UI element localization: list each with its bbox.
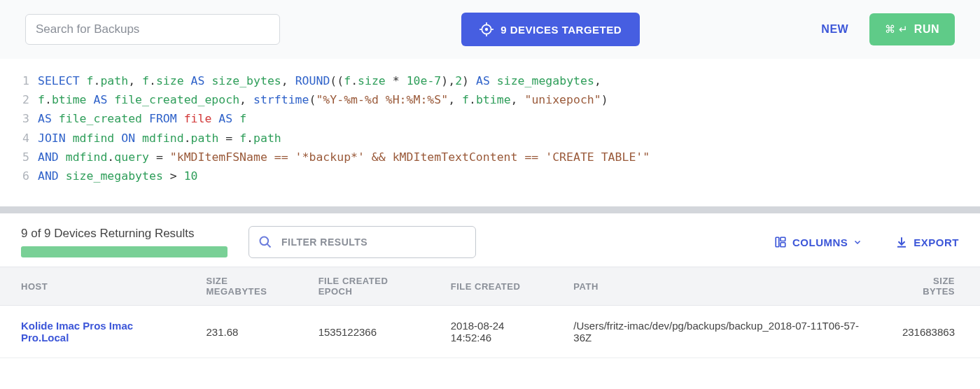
code-content: AND size_megabytes > 10 [38, 167, 198, 185]
cell-size-megabytes: 231.68 [192, 306, 304, 358]
code-line: 3AS file_created FROM file AS f [15, 109, 965, 128]
col-size-megabytes[interactable]: SIZE MEGABYTES [192, 267, 304, 306]
line-number: 6 [15, 167, 29, 185]
svg-rect-8 [776, 238, 779, 248]
svg-rect-10 [780, 243, 785, 247]
export-label: EXPORT [913, 236, 959, 248]
col-size-bytes[interactable]: SIZE BYTES [884, 267, 980, 306]
line-number: 5 [15, 148, 29, 167]
svg-point-6 [260, 237, 269, 246]
code-content: SELECT f.path, f.size AS size_bytes, ROU… [38, 71, 601, 90]
results-table-body: Kolide Imac Pros Imac Pro.Local231.68153… [0, 306, 980, 358]
line-number: 2 [15, 90, 29, 109]
col-file-created[interactable]: FILE CREATED [437, 267, 560, 306]
results-status-text: 9 of 9 Devices Returning Results [21, 227, 227, 241]
table-row: Kolide Imac Pros Imac Pro.Local231.68153… [0, 306, 980, 358]
search-icon [258, 235, 272, 249]
keyboard-shortcut-glyphs: ⌘ ↵ [885, 23, 909, 36]
search-input[interactable] [25, 14, 280, 45]
results-table-head: HOST SIZE MEGABYTES FILE CREATED EPOCH F… [0, 267, 980, 306]
chevron-down-icon [853, 238, 862, 246]
cell-file-created: 2018-08-24 14:52:46 [437, 306, 560, 358]
download-icon [895, 236, 908, 248]
code-content: JOIN mdfind ON mdfind.path = f.path [38, 129, 281, 148]
line-number: 1 [15, 71, 29, 90]
columns-icon [774, 236, 787, 248]
results-progress-bar [21, 246, 227, 257]
code-content: f.btime AS file_created_epoch, strftime(… [38, 90, 608, 109]
devices-targeted-button[interactable]: 9 DEVICES TARGETED [461, 13, 640, 46]
devices-targeted-label: 9 DEVICES TARGETED [500, 24, 622, 36]
run-label: RUN [914, 23, 939, 36]
results-actions: COLUMNS EXPORT [774, 236, 959, 248]
svg-rect-9 [780, 238, 785, 241]
top-right-actions: NEW ⌘ ↵ RUN [821, 13, 955, 45]
new-button[interactable]: NEW [821, 23, 848, 36]
line-number: 4 [15, 129, 29, 148]
filter-results-input[interactable] [248, 226, 476, 258]
export-button[interactable]: EXPORT [895, 236, 959, 248]
svg-line-7 [267, 244, 271, 248]
svg-point-1 [486, 29, 488, 31]
line-number: 3 [15, 109, 29, 128]
columns-label: COLUMNS [792, 236, 848, 248]
code-line: 5AND mdfind.query = "kMDItemFSName == '*… [15, 148, 965, 167]
code-line: 6AND size_megabytes > 10 [15, 167, 965, 185]
code-line: 4JOIN mdfind ON mdfind.path = f.path [15, 129, 965, 148]
code-content: AS file_created FROM file AS f [38, 109, 246, 128]
cell-path: /Users/fritz-imac/dev/pg/backups/backup_… [559, 306, 884, 358]
filter-wrap [248, 226, 476, 258]
code-line: 2f.btime AS file_created_epoch, strftime… [15, 90, 965, 109]
col-file-created-epoch[interactable]: FILE CREATED EPOCH [304, 267, 437, 306]
code-line: 1SELECT f.path, f.size AS size_bytes, RO… [15, 71, 965, 90]
cell-file-created-epoch: 1535122366 [304, 306, 437, 358]
cell-host: Kolide Imac Pros Imac Pro.Local [0, 306, 192, 358]
code-content: AND mdfind.query = "kMDItemFSName == '*b… [38, 148, 650, 167]
host-link[interactable]: Kolide Imac Pros Imac Pro.Local [21, 320, 133, 344]
target-icon [479, 22, 493, 36]
topbar: 9 DEVICES TARGETED NEW ⌘ ↵ RUN [0, 0, 980, 59]
cell-size-bytes: 231683863 [884, 306, 980, 358]
divider [0, 206, 980, 213]
columns-button[interactable]: COLUMNS [774, 236, 862, 248]
results-table: HOST SIZE MEGABYTES FILE CREATED EPOCH F… [0, 267, 980, 358]
col-host[interactable]: HOST [0, 267, 192, 306]
col-path[interactable]: PATH [559, 267, 884, 306]
results-status: 9 of 9 Devices Returning Results [21, 227, 227, 257]
run-button[interactable]: ⌘ ↵ RUN [869, 13, 955, 45]
sql-editor[interactable]: 1SELECT f.path, f.size AS size_bytes, RO… [0, 59, 980, 206]
results-toolbar: 9 of 9 Devices Returning Results COLUMNS [0, 213, 980, 267]
